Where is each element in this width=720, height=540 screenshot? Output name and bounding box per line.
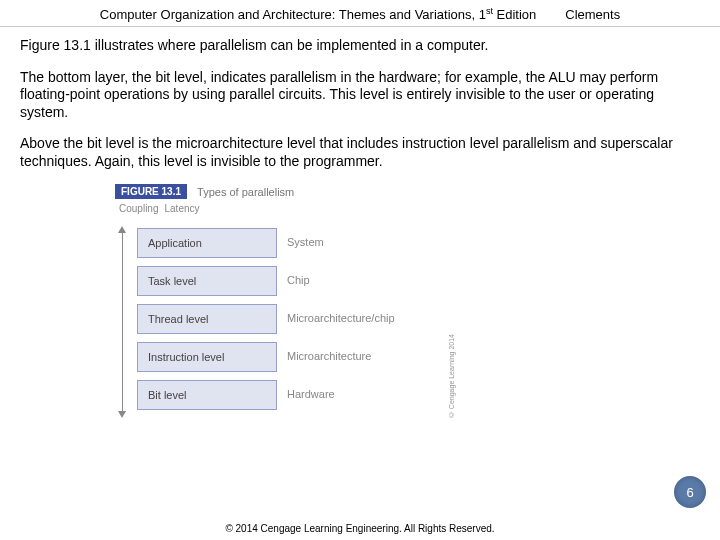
- slide-body: Figure 13.1 illustrates where parallelis…: [0, 27, 720, 418]
- figure-row: Instruction levelMicroarchitecture: [137, 342, 437, 372]
- figure-row-right: Chip: [277, 266, 437, 296]
- figure-body: ApplicationSystemTask levelChipThread le…: [115, 214, 605, 418]
- figure-row-left: Application: [137, 228, 277, 258]
- figure-row-right: Microarchitecture: [277, 342, 437, 372]
- paragraph-3: Above the bit level is the microarchitec…: [20, 135, 700, 170]
- figure-axis-labels: Coupling Latency: [115, 203, 605, 214]
- axis-coupling: Coupling: [119, 203, 158, 214]
- paragraph-2: The bottom layer, the bit level, indicat…: [20, 69, 700, 122]
- figure-header: FIGURE 13.1 Types of parallelism: [115, 184, 605, 199]
- figure-row-right: System: [277, 228, 437, 258]
- figure-row: Thread levelMicroarchitecture/chip: [137, 304, 437, 334]
- figure-credit-col: © Cengage Learning 2014: [445, 214, 457, 418]
- slide-header: Computer Organization and Architecture: …: [0, 0, 720, 27]
- edition-super: st: [486, 6, 493, 16]
- copyright-footer: © 2014 Cengage Learning Engineering. All…: [0, 523, 720, 534]
- figure-row-left: Task level: [137, 266, 277, 296]
- figure-table: ApplicationSystemTask levelChipThread le…: [137, 228, 437, 418]
- axis-latency: Latency: [164, 203, 199, 214]
- figure-title: Types of parallelism: [197, 186, 294, 198]
- figure-row: Bit levelHardware: [137, 380, 437, 410]
- figure-13-1: FIGURE 13.1 Types of parallelism Couplin…: [115, 184, 605, 418]
- double-arrow-icon: [115, 226, 129, 418]
- page-number-badge: 6: [674, 476, 706, 508]
- figure-label: FIGURE 13.1: [115, 184, 187, 199]
- book-title: Computer Organization and Architecture: …: [100, 7, 486, 22]
- figure-row-left: Thread level: [137, 304, 277, 334]
- figure-row-left: Bit level: [137, 380, 277, 410]
- figure-row-right: Hardware: [277, 380, 437, 410]
- figure-row-left: Instruction level: [137, 342, 277, 372]
- figure-row: Task levelChip: [137, 266, 437, 296]
- figure-row: ApplicationSystem: [137, 228, 437, 258]
- paragraph-1: Figure 13.1 illustrates where parallelis…: [20, 37, 700, 55]
- figure-row-right: Microarchitecture/chip: [277, 304, 437, 334]
- page-number: 6: [686, 485, 693, 500]
- author-name: Clements: [565, 7, 620, 22]
- figure-credit: © Cengage Learning 2014: [448, 334, 455, 418]
- edition-text: Edition: [493, 7, 536, 22]
